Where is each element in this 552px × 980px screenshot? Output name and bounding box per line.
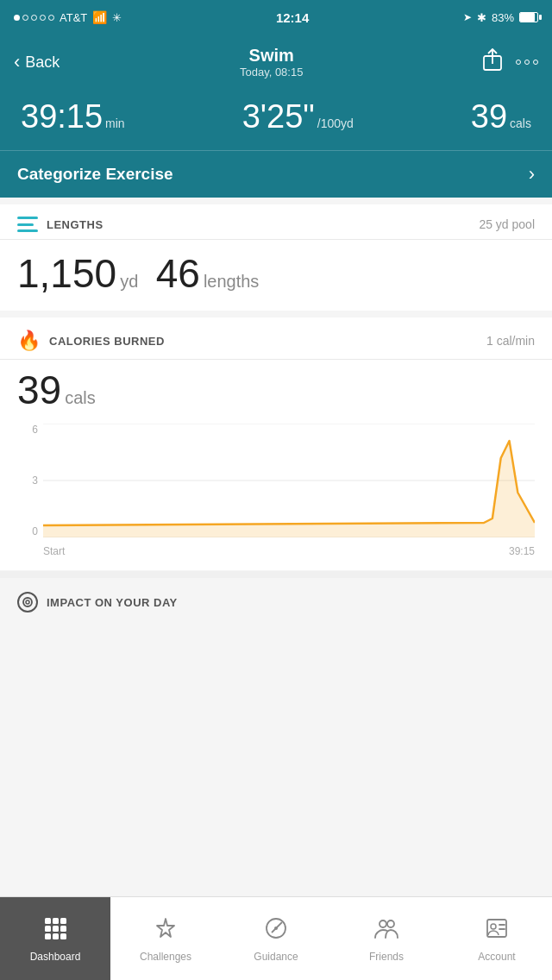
svg-rect-16 [60,933,66,939]
nav-actions [483,48,538,76]
chart-y-label-3: 3 [17,474,38,487]
status-bar: AT&T 📶 ✳ 12:14 ➤ ✱ 83% [0,0,552,35]
lengths-section: LENGTHS 25 yd pool 1,150yd 46lengths [0,204,552,311]
account-icon [484,915,510,947]
status-left: AT&T 📶 ✳ [14,10,122,24]
signal-dot-1 [14,15,20,21]
calories-unit: cals [510,116,531,130]
calorie-rate: 1 cal/min [486,334,535,348]
lengths-values: 1,150yd 46lengths [0,240,552,311]
nav-item-account[interactable]: Account [442,897,552,980]
impact-title: IMPACT ON YOUR DAY [47,596,178,609]
nav-item-dashboard[interactable]: Dashboard [0,897,110,980]
battery-icon [519,12,538,22]
more-icon[interactable] [516,60,538,65]
svg-rect-12 [53,926,59,932]
chart-y-label-0: 0 [17,525,38,537]
back-label: Back [25,53,60,72]
svg-rect-14 [45,933,51,939]
stat-duration: 39:15min [21,100,125,133]
chart-y-labels: 6 3 0 [17,424,38,537]
calories-section: 🔥 CALORIES BURNED 1 cal/min 39cals 6 3 0 [0,317,552,570]
nav-item-challenges[interactable]: Challenges [110,897,221,980]
status-time: 12:14 [276,10,309,25]
calories-value: 39 [471,98,507,135]
calories-title-row: 🔥 CALORIES BURNED [17,330,165,352]
lengths-title-row: LENGTHS [17,217,104,232]
calories-header: 🔥 CALORIES BURNED 1 cal/min [0,317,552,360]
svg-point-22 [380,920,386,927]
share-icon[interactable] [483,48,502,76]
calories-big-unit: cals [65,388,96,407]
lengths-count: 46 [156,251,200,296]
battery-label: 83% [492,11,514,24]
guidance-icon [263,915,289,947]
challenges-icon [153,915,179,947]
svg-rect-11 [45,926,51,932]
calories-big-value: 39 [17,368,61,412]
svg-rect-13 [60,926,66,932]
svg-marker-17 [157,919,174,937]
chart-x-label-end: 39:15 [509,545,535,557]
back-button[interactable]: ‹ Back [14,51,60,73]
flame-icon: 🔥 [17,330,41,352]
stat-pace: 3'25"/100yd [242,100,354,133]
pool-size: 25 yd pool [479,217,535,231]
categorize-bar[interactable]: Categorize Exercise › [0,150,552,198]
svg-point-6 [23,598,32,606]
location-icon: ➤ [463,11,472,23]
carrier-label: AT&T [60,11,87,24]
categorize-label: Categorize Exercise [17,165,173,184]
nav-item-friends[interactable]: Friends [331,897,442,980]
duration-value: 39:15 [21,98,103,135]
impact-section: IMPACT ON YOUR DAY [0,571,552,619]
guidance-label: Guidance [254,951,298,963]
lengths-header: LENGTHS 25 yd pool [0,204,552,240]
distance-value: 1,150 [17,251,116,296]
svg-rect-10 [60,918,66,924]
bluetooth-icon: ✱ [477,11,486,24]
svg-point-7 [26,600,29,604]
lengths-section-title: LENGTHS [47,218,104,231]
chart-svg-area [43,424,535,537]
chart-x-label-start: Start [43,545,65,557]
activity-date: Today, 08:15 [240,66,303,79]
friends-label: Friends [369,951,404,963]
distance-unit: yd [120,272,138,291]
friends-icon [373,915,399,947]
chart-y-label-6: 6 [17,424,38,436]
calories-values: 39cals [0,360,552,424]
impact-icon [17,592,38,612]
back-chevron-icon: ‹ [14,51,20,73]
activity-icon: ✳ [112,11,122,24]
lengths-unit: lengths [204,272,260,291]
dashboard-icon [42,915,68,947]
svg-rect-9 [53,918,59,924]
nav-item-guidance[interactable]: Guidance [221,897,331,980]
signal-dot-4 [40,15,46,21]
pace-value: 3'25" [242,98,315,135]
signal-dot-3 [31,15,37,21]
signal-dot-5 [48,15,54,21]
stats-bar: 39:15min 3'25"/100yd 39cals [0,90,552,150]
svg-rect-8 [45,918,51,924]
chart-x-labels: Start 39:15 [43,541,535,562]
bottom-nav: Dashboard Challenges Guidance [0,896,552,980]
chart-wrapper: 6 3 0 Start 39:15 [17,424,535,562]
nav-title: Swim Today, 08:15 [240,46,303,79]
wifi-icon: 📶 [92,10,107,24]
svg-point-25 [491,924,496,929]
activity-title: Swim [240,46,303,66]
nav-bar: ‹ Back Swim Today, 08:15 [0,35,552,90]
stat-calories: 39cals [471,100,531,133]
duration-unit: min [105,116,125,130]
dashboard-label: Dashboard [30,951,81,963]
svg-point-21 [274,927,278,930]
svg-point-23 [387,920,394,927]
categorize-chevron-icon: › [529,163,535,185]
calories-chart: 6 3 0 Start 39:15 [0,424,552,570]
pace-unit: /100yd [317,116,354,130]
signal-dots [14,15,54,21]
svg-rect-24 [487,920,506,937]
waves-icon [17,217,38,232]
